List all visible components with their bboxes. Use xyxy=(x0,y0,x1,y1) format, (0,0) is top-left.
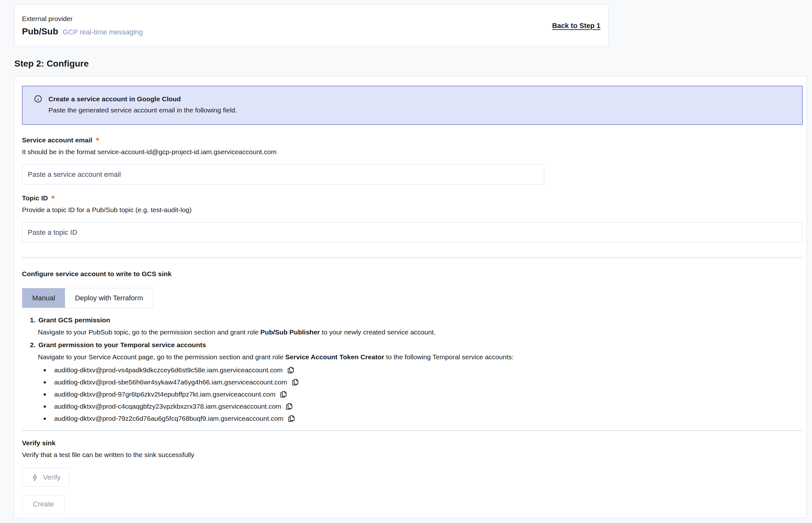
list-item: auditlog-dktxv@prod-79z2c6d76au6g5fcq768… xyxy=(54,413,803,425)
service-account-email-label: Service account email xyxy=(22,136,92,144)
copy-icon[interactable] xyxy=(291,378,299,386)
topic-id-help: Provide a topic ID for a Pub/Sub topic (… xyxy=(22,206,803,214)
step-1-title-row: 1. Grant GCS permission xyxy=(30,316,803,324)
verify-button[interactable]: Verify xyxy=(22,468,69,487)
provider-tagline: GCP real-time messaging xyxy=(63,28,143,36)
step-1-title: Grant GCS permission xyxy=(38,316,110,324)
service-account-email-label-row: Service account email xyxy=(22,136,803,144)
provider-card: External provider Pub/Sub GCP real-time … xyxy=(14,4,609,47)
service-account-list: auditlog-dktxv@prod-vs4padk9dkczcey6d6st… xyxy=(22,364,803,425)
list-item: auditlog-dktxv@prod-vs4padk9dkczcey6d6st… xyxy=(54,364,803,376)
instruction-step-2: 2. Grant permission to your Temporal ser… xyxy=(22,341,803,361)
instruction-step-1: 1. Grant GCS permission Navigate to your… xyxy=(22,316,803,336)
provider-info: External provider Pub/Sub GCP real-time … xyxy=(22,15,143,37)
copy-icon[interactable] xyxy=(285,402,293,410)
topic-id-input[interactable] xyxy=(22,222,803,243)
topic-id-field-group: Topic ID Provide a topic ID for a Pub/Su… xyxy=(22,194,803,243)
info-banner: Create a service account in Google Cloud… xyxy=(22,86,803,125)
topic-id-label-row: Topic ID xyxy=(22,194,803,202)
instruction-steps: 1. Grant GCS permission Navigate to your… xyxy=(22,316,803,361)
verify-button-row: Verify xyxy=(22,468,803,487)
zap-icon xyxy=(31,474,39,482)
tab-manual[interactable]: Manual xyxy=(22,288,65,308)
service-account-email-help: It should be in the format service-accou… xyxy=(22,148,803,156)
service-account-email: auditlog-dktxv@prod-c4cqaqgbfzy23vpzkbxz… xyxy=(54,402,281,410)
provider-kicker: External provider xyxy=(22,15,143,23)
service-account-email-field-group: Service account email It should be in th… xyxy=(22,136,803,185)
step-1-body: Navigate to your PubSub topic, go to the… xyxy=(38,328,803,336)
configure-card: Create a service account in Google Cloud… xyxy=(14,76,807,518)
info-banner-title: Create a service account in Google Cloud xyxy=(49,95,237,103)
info-banner-text: Create a service account in Google Cloud… xyxy=(49,95,237,114)
step-2-body: Navigate to your Service Account page, g… xyxy=(38,353,803,361)
service-account-email: auditlog-dktxv@prod-vs4padk9dkczcey6d6st… xyxy=(54,366,283,374)
service-account-email-input[interactable] xyxy=(22,164,544,185)
service-account-email: auditlog-dktxv@prod-97gr6tp6zkv2t4epubff… xyxy=(54,391,275,398)
required-indicator xyxy=(96,138,99,141)
service-account-email: auditlog-dktxv@prod-79z2c6d76au6g5fcq768… xyxy=(54,415,283,422)
configure-section-label: Configure service account to write to GC… xyxy=(22,270,803,278)
step-2-number: 2. xyxy=(30,341,36,349)
copy-icon[interactable] xyxy=(287,415,295,422)
topic-id-label: Topic ID xyxy=(22,194,48,202)
provider-name-row: Pub/Sub GCP real-time messaging xyxy=(22,26,143,37)
info-icon xyxy=(34,95,42,103)
page-title: Step 2: Configure xyxy=(14,59,812,69)
section-divider xyxy=(22,430,803,431)
step-2-title-row: 2. Grant permission to your Temporal ser… xyxy=(30,341,803,349)
create-button-label: Create xyxy=(33,500,54,508)
configure-tabs: Manual Deploy with Terraform xyxy=(22,288,153,308)
back-to-step-1-link[interactable]: Back to Step 1 xyxy=(552,22,600,30)
list-item: auditlog-dktxv@prod-c4cqaqgbfzy23vpzkbxz… xyxy=(54,400,803,413)
create-button[interactable]: Create xyxy=(22,495,65,513)
section-divider xyxy=(22,257,803,258)
list-item: auditlog-dktxv@prod-sbe56h6wr4sykaw47a6y… xyxy=(54,376,803,388)
step-2-title: Grant permission to your Temporal servic… xyxy=(38,341,206,349)
verify-button-label: Verify xyxy=(43,473,60,482)
service-account-email: auditlog-dktxv@prod-sbe56h6wr4sykaw47a6y… xyxy=(54,378,287,386)
required-indicator xyxy=(51,196,54,199)
copy-icon[interactable] xyxy=(287,366,295,374)
tab-deploy-with-terraform[interactable]: Deploy with Terraform xyxy=(65,288,153,308)
verify-sink-label: Verify sink xyxy=(22,439,803,447)
verify-sink-help: Verify that a test file can be written t… xyxy=(22,451,803,459)
provider-name: Pub/Sub xyxy=(22,26,58,37)
copy-icon[interactable] xyxy=(280,391,287,398)
info-banner-body: Paste the generated service account emai… xyxy=(49,106,237,114)
list-item: auditlog-dktxv@prod-97gr6tp6zkv2t4epubff… xyxy=(54,388,803,400)
step-1-number: 1. xyxy=(30,316,36,324)
create-button-row: Create xyxy=(22,495,803,513)
